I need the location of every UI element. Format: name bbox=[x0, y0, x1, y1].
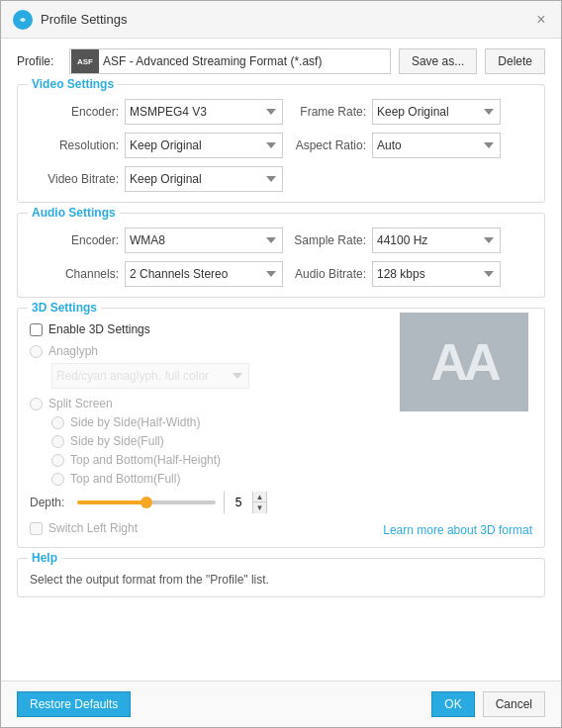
anaglyph-radio[interactable] bbox=[30, 345, 43, 358]
audio-encoder-select-wrapper: WMA8 MP3 AAC bbox=[125, 228, 283, 253]
resolution-label: Resolution: bbox=[30, 138, 119, 152]
depth-decrement-button[interactable]: ▼ bbox=[252, 502, 266, 513]
split-screen-options: Side by Side(Half-Width) Side by Side(Fu… bbox=[51, 415, 532, 486]
depth-label: Depth: bbox=[30, 496, 69, 509]
switch-left-right-row: Switch Left Right bbox=[30, 521, 138, 535]
video-encoder-select[interactable]: MSMPEG4 V3 H.264 H.265 bbox=[125, 99, 283, 125]
audio-encoder-select[interactable]: WMA8 MP3 AAC bbox=[125, 228, 283, 253]
channels-select-wrapper: 2 Channels Stereo Mono 5.1 bbox=[125, 261, 283, 287]
encoder-row: Encoder: MSMPEG4 V3 H.264 H.265 Frame Ra… bbox=[30, 99, 532, 125]
top-bottom-full-row: Top and Bottom(Full) bbox=[51, 472, 532, 486]
aspect-ratio-select-wrapper: Auto 4:3 16:9 bbox=[372, 133, 501, 158]
top-bottom-half-row: Top and Bottom(Half-Height) bbox=[51, 453, 532, 467]
top-bottom-half-radio[interactable] bbox=[51, 454, 64, 467]
video-settings-title: Video Settings bbox=[28, 77, 118, 91]
depth-input[interactable]: 5 bbox=[225, 492, 252, 513]
switch-left-right-label: Switch Left Right bbox=[48, 521, 138, 535]
top-bottom-full-radio[interactable] bbox=[51, 473, 64, 486]
audio-bitrate-select[interactable]: 128 kbps 64 kbps 192 kbps 256 kbps bbox=[372, 261, 501, 287]
side-by-side-full-radio[interactable] bbox=[51, 435, 64, 448]
switch-left-right-checkbox[interactable] bbox=[30, 522, 43, 535]
enable-3d-row: Enable 3D Settings bbox=[30, 322, 400, 336]
audio-encoder-label: Encoder: bbox=[30, 233, 119, 247]
video-bitrate-row: Video Bitrate: Keep Original 1000 kbps 2… bbox=[30, 166, 532, 192]
footer: Restore Defaults OK Cancel bbox=[1, 681, 561, 727]
switch-learn-row: Switch Left Right Learn more about 3D fo… bbox=[30, 519, 532, 537]
split-screen-label: Split Screen bbox=[48, 397, 113, 410]
resolution-select-wrapper: Keep Original 1920x1080 1280x720 bbox=[125, 133, 283, 158]
titlebar-title: Profile Settings bbox=[41, 12, 127, 27]
side-by-side-full-label: Side by Side(Full) bbox=[70, 434, 164, 448]
audio-bitrate-label: Audio Bitrate: bbox=[287, 267, 366, 281]
split-screen-radio[interactable] bbox=[30, 398, 43, 410]
framerate-right: Frame Rate: Keep Original 24 30 60 bbox=[287, 99, 532, 125]
anaglyph-label: Anaglyph bbox=[48, 344, 98, 358]
enable-3d-label[interactable]: Enable 3D Settings bbox=[48, 322, 150, 336]
anaglyph-row: Anaglyph bbox=[30, 344, 400, 358]
encoder-left: Encoder: MSMPEG4 V3 H.264 H.265 bbox=[30, 99, 283, 125]
audio-bitrate-select-wrapper: 128 kbps 64 kbps 192 kbps 256 kbps bbox=[372, 261, 501, 287]
video-bitrate-label: Video Bitrate: bbox=[30, 172, 119, 186]
save-as-button[interactable]: Save as... bbox=[399, 48, 477, 74]
video-bitrate-left: Video Bitrate: Keep Original 1000 kbps 2… bbox=[30, 166, 283, 192]
aspect-ratio-label: Aspect Ratio: bbox=[287, 138, 366, 152]
depth-spinner-buttons: ▲ ▼ bbox=[252, 492, 266, 513]
depth-slider[interactable] bbox=[77, 500, 216, 504]
frame-rate-select-wrapper: Keep Original 24 30 60 bbox=[372, 99, 501, 125]
video-bitrate-select-wrapper: Keep Original 1000 kbps 2000 kbps bbox=[125, 166, 283, 192]
side-by-side-full-row: Side by Side(Full) bbox=[51, 434, 532, 448]
depth-increment-button[interactable]: ▲ bbox=[252, 492, 266, 502]
channels-row: Channels: 2 Channels Stereo Mono 5.1 Aud… bbox=[30, 261, 532, 287]
resolution-row: Resolution: Keep Original 1920x1080 1280… bbox=[30, 133, 532, 158]
top-bottom-full-label: Top and Bottom(Full) bbox=[70, 472, 180, 486]
anaglyph-type-select[interactable]: Red/cyan anaglyph, full color Red/cyan a… bbox=[51, 363, 249, 389]
footer-right-buttons: OK Cancel bbox=[431, 691, 545, 717]
sample-rate-label: Sample Rate: bbox=[287, 233, 366, 247]
3d-settings-section: 3D Settings AA Enable 3D Settings Anagly… bbox=[17, 308, 545, 548]
app-icon bbox=[13, 10, 33, 30]
channels-left: Channels: 2 Channels Stereo Mono 5.1 bbox=[30, 261, 283, 287]
cancel-button[interactable]: Cancel bbox=[483, 691, 545, 717]
depth-spinner: 5 ▲ ▼ bbox=[224, 492, 267, 513]
restore-defaults-button[interactable]: Restore Defaults bbox=[17, 691, 131, 717]
side-by-side-half-label: Side by Side(Half-Width) bbox=[70, 415, 200, 429]
help-title: Help bbox=[28, 551, 61, 565]
video-settings-section: Video Settings Encoder: MSMPEG4 V3 H.264… bbox=[17, 84, 545, 203]
titlebar-left: Profile Settings bbox=[13, 10, 127, 30]
sample-rate-right: Sample Rate: 44100 Hz 22050 Hz 48000 Hz bbox=[287, 228, 532, 253]
3d-preview-text: AA bbox=[430, 332, 497, 392]
asf-format-icon: ASF bbox=[71, 49, 99, 73]
audio-settings-section: Audio Settings Encoder: WMA8 MP3 AAC Sam… bbox=[17, 213, 545, 298]
audio-encoder-left: Encoder: WMA8 MP3 AAC bbox=[30, 228, 283, 253]
aspect-ratio-right: Aspect Ratio: Auto 4:3 16:9 bbox=[287, 133, 532, 158]
sample-rate-select[interactable]: 44100 Hz 22050 Hz 48000 Hz bbox=[372, 228, 501, 253]
channels-label: Channels: bbox=[30, 267, 119, 281]
resolution-select[interactable]: Keep Original 1920x1080 1280x720 bbox=[125, 133, 283, 158]
sample-rate-select-wrapper: 44100 Hz 22050 Hz 48000 Hz bbox=[372, 228, 501, 253]
audio-encoder-row: Encoder: WMA8 MP3 AAC Sample Rate: 44100… bbox=[30, 228, 532, 253]
frame-rate-label: Frame Rate: bbox=[287, 105, 366, 119]
aspect-ratio-select[interactable]: Auto 4:3 16:9 bbox=[372, 133, 501, 158]
audio-bitrate-right: Audio Bitrate: 128 kbps 64 kbps 192 kbps… bbox=[287, 261, 532, 287]
audio-settings-title: Audio Settings bbox=[28, 206, 120, 220]
resolution-left: Resolution: Keep Original 1920x1080 1280… bbox=[30, 133, 283, 158]
content-area: Profile: ASF ASF - Advanced Streaming Fo… bbox=[1, 39, 561, 681]
profile-select[interactable]: ASF - Advanced Streaming Format (*.asf) bbox=[99, 49, 390, 73]
side-by-side-half-radio[interactable] bbox=[51, 416, 64, 429]
top-bottom-half-label: Top and Bottom(Half-Height) bbox=[70, 453, 221, 467]
dialog: Profile Settings × Profile: ASF ASF - Ad… bbox=[0, 0, 562, 728]
frame-rate-select[interactable]: Keep Original 24 30 60 bbox=[372, 99, 501, 125]
delete-button[interactable]: Delete bbox=[485, 48, 545, 74]
anaglyph-type-wrapper: Red/cyan anaglyph, full color Red/cyan a… bbox=[51, 363, 249, 389]
encoder-select-wrapper: MSMPEG4 V3 H.264 H.265 bbox=[125, 99, 283, 125]
profile-label: Profile: bbox=[17, 54, 61, 68]
ok-button[interactable]: OK bbox=[431, 691, 474, 717]
channels-select[interactable]: 2 Channels Stereo Mono 5.1 bbox=[125, 261, 283, 287]
help-text: Select the output format from the "Profi… bbox=[30, 573, 532, 587]
close-button[interactable]: × bbox=[533, 12, 549, 28]
3d-settings-title: 3D Settings bbox=[28, 301, 101, 315]
enable-3d-checkbox[interactable] bbox=[30, 323, 43, 336]
learn-more-link[interactable]: Learn more about 3D format bbox=[383, 523, 532, 537]
profile-row: Profile: ASF ASF - Advanced Streaming Fo… bbox=[17, 48, 545, 74]
video-bitrate-select[interactable]: Keep Original 1000 kbps 2000 kbps bbox=[125, 166, 283, 192]
